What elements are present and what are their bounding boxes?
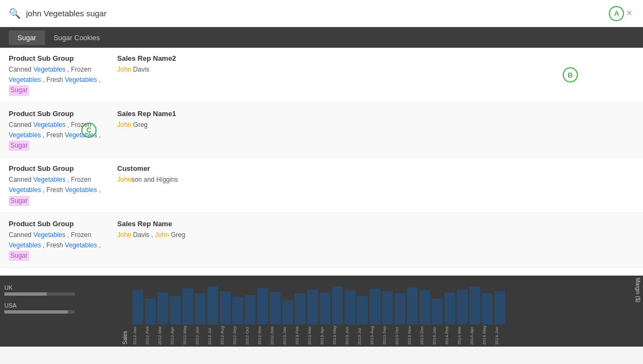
chart-bar: [232, 297, 243, 324]
field-value: John Davis: [117, 65, 634, 75]
bars-container: [130, 276, 632, 324]
field-value: Johnson and Higgins: [117, 175, 634, 185]
chart-bar: [157, 292, 168, 325]
veg-highlight: Vegetables: [33, 121, 65, 129]
field-label: Sales Rep Name1: [117, 110, 634, 118]
x-axis-labels: 2012-Jan2012-Feb2012-Mar2012-Apr2012-May…: [130, 324, 632, 346]
tab-sugar-cookies[interactable]: Sugar Cookies: [45, 30, 109, 45]
chart-right-label: Margin ($): [632, 276, 643, 347]
john-highlight: John: [117, 231, 131, 239]
chart-bar: [469, 286, 480, 324]
chart-y-label: Sales: [119, 276, 130, 347]
result-row: Product Sub Group Canned Vegetables , Fr…: [0, 213, 643, 269]
john-highlight: John: [117, 176, 131, 183]
x-axis-label: 2013-Nov: [407, 325, 418, 345]
results-area: Product Sub Group Canned Vegetables , Fr…: [0, 48, 643, 276]
badge-b: B: [563, 67, 578, 82]
veg-highlight: Vegetables: [65, 241, 97, 249]
chart-bar: [145, 298, 156, 324]
field-value: Canned Vegetables , Frozen Vegetables , …: [9, 230, 109, 261]
result-left-col: Product Sub Group Canned Vegetables , Fr…: [9, 54, 117, 96]
sugar-highlight: Sugar: [9, 85, 29, 95]
search-input[interactable]: [26, 9, 603, 18]
x-axis-label: 2013-Jan: [282, 325, 293, 345]
chart-bar: [307, 290, 318, 324]
chart-bar: [345, 290, 355, 324]
chart-bar: [282, 301, 293, 324]
x-axis-label: 2013-Jul: [357, 325, 368, 345]
john-highlight: John: [117, 121, 131, 129]
result-left-col: Product Sub Group Canned Vegetables , Fr…: [9, 110, 117, 151]
chart-bar: [407, 288, 418, 324]
field-label: Product Sub Group: [9, 220, 109, 228]
x-axis-label: 2012-Sep: [232, 325, 243, 345]
chart-bar: [295, 293, 305, 324]
x-axis-label: 2014-Apr: [469, 325, 480, 345]
field-value: John Davis , John Greg: [117, 230, 634, 240]
x-axis-label: 2013-Feb: [295, 325, 305, 345]
country-label-uk: UK: [4, 284, 115, 291]
chart-bar: [182, 289, 193, 324]
veg-highlight: Vegetables: [65, 76, 97, 84]
x-axis-label: 2014-May: [482, 325, 493, 345]
x-axis-label: 2014-Jun: [494, 325, 505, 345]
veg-highlight: Vegetables: [33, 231, 65, 239]
badge-c: C: [81, 123, 97, 138]
chart-bar: [494, 291, 505, 324]
tab-sugar[interactable]: Sugar: [9, 30, 45, 45]
chart-bar: [432, 298, 443, 324]
x-axis-label: 2012-Dec: [270, 325, 281, 345]
veg-highlight: Vegetables: [9, 241, 41, 249]
chart-bar: [370, 289, 380, 324]
x-axis-label: 2013-Jun: [345, 325, 355, 345]
x-axis-label: 2014-Jan: [432, 325, 443, 345]
veg-highlight: Vegetables: [33, 66, 65, 73]
x-axis-label: 2013-Apr: [320, 325, 330, 345]
country-label-usa: USA: [4, 302, 115, 309]
chart-area: UK USA Sales 2012-Jan2012-Feb2012-Mar201…: [0, 276, 643, 347]
veg-highlight: Vegetables: [9, 186, 41, 194]
sugar-highlight: Sugar: [9, 141, 29, 151]
chart-bar: [382, 291, 393, 324]
chart-bar: [257, 288, 268, 324]
result-right-col: Sales Rep Name1 John Greg: [117, 110, 634, 151]
chart-bar: [245, 295, 256, 324]
x-axis-label: 2014-Feb: [444, 325, 455, 345]
field-label: Sales Rep Name2: [117, 54, 634, 62]
result-left-col: Product Sub Group Canned Vegetables , Fr…: [9, 164, 117, 206]
x-axis-label: 2012-Apr: [170, 325, 181, 345]
country-bar-usa: [4, 310, 75, 314]
x-axis-label: 2013-Oct: [394, 325, 405, 345]
john-highlight: John: [155, 231, 169, 239]
veg-highlight: Vegetables: [9, 131, 41, 139]
sugar-highlight: Sugar: [9, 196, 29, 206]
john-highlight: John: [117, 66, 131, 73]
x-axis-label: 2012-Jan: [132, 325, 143, 345]
x-axis-label: 2012-Oct: [245, 325, 256, 345]
tab-bar: Sugar Sugar Cookies: [0, 27, 643, 48]
country-bar-fill-usa: [4, 310, 68, 314]
chart-bar: [270, 292, 281, 324]
x-axis-label: 2012-Aug: [220, 325, 231, 345]
result-left-col: Product Sub Group Canned Vegetables , Fr…: [9, 220, 117, 261]
chart-bar: [419, 290, 430, 324]
field-value: John Greg: [117, 120, 634, 130]
result-row: Product Sub Group Canned Vegetables , Fr…: [0, 268, 643, 276]
field-label: Customer: [117, 164, 634, 173]
field-label: Product Sub Group: [9, 110, 109, 118]
chart-left-panel: UK USA: [0, 276, 119, 347]
result-row: Product Sub Group Canned Vegetables , Fr…: [0, 48, 643, 103]
x-axis-label: 2012-Nov: [257, 325, 268, 345]
x-axis-label: 2012-Jul: [207, 325, 218, 345]
chart-bar: [394, 293, 405, 324]
x-axis-label: 2013-Aug: [370, 325, 380, 345]
result-row: Product Sub Group Canned Vegetables , Fr…: [0, 158, 643, 213]
chart-bar: [195, 293, 206, 324]
x-axis-label: 2014-Mar: [457, 325, 468, 345]
chart-bar: [132, 290, 143, 324]
close-button[interactable]: ×: [624, 5, 634, 21]
chart-bar: [207, 286, 218, 324]
veg-highlight: Vegetables: [9, 76, 41, 84]
chart-bar: [357, 296, 368, 325]
field-value: Canned Vegetables , Frozen Vegetables , …: [9, 175, 109, 206]
